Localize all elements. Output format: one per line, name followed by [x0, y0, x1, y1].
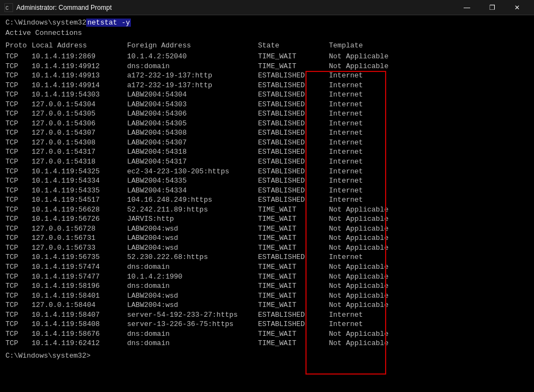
table-row: TCP 10.1.4.119:54325 ec2-34-223-130-205:…: [5, 167, 529, 177]
cell-template: Internet: [329, 157, 416, 167]
cell-state: TIME_WAIT: [258, 291, 329, 301]
table-row: TCP 127.0.0.1:54318 LABW2004:54317 ESTAB…: [5, 157, 529, 167]
cell-local: 127.0.0.1:54304: [32, 100, 127, 110]
table-row: TCP 127.0.0.1:54307 LABW2004:54308 ESTAB…: [5, 128, 529, 138]
cell-foreign: LABW2004:54307: [127, 138, 258, 148]
cell-state: TIME_WAIT: [258, 272, 329, 282]
cell-foreign: 10.1.4.2:1990: [127, 272, 258, 282]
cell-template: Internet: [329, 176, 416, 186]
cell-template: Not Applicable: [329, 339, 416, 348]
table-row: TCP 10.1.4.119:54517 104.16.248.249:http…: [5, 195, 529, 205]
cell-state: TIME_WAIT: [258, 214, 329, 224]
active-connections-header: Active Connections: [5, 29, 529, 37]
cell-proto: TCP: [5, 90, 32, 100]
cell-local: 10.1.4.119:57477: [32, 272, 127, 282]
command-highlight: netstat -y: [86, 19, 131, 27]
table-row: TCP 10.1.4.119:58196 dns:domain TIME_WAI…: [5, 281, 529, 291]
prompt-prefix: C:\Windows\system32: [5, 19, 86, 27]
cell-foreign: dns:domain: [127, 262, 258, 272]
cell-foreign: a172-232-19-137:http: [127, 81, 258, 91]
cell-local: 127.0.0.1:54305: [32, 109, 127, 119]
cell-template: Internet: [329, 138, 416, 148]
cell-proto: TCP: [5, 205, 32, 215]
col-header-state: State: [258, 41, 329, 50]
cell-template: Internet: [329, 119, 416, 129]
cell-state: ESTABLISHED: [258, 157, 329, 167]
table-row: TCP 127.0.0.1:56731 LABW2004:wsd TIME_WA…: [5, 233, 529, 243]
cell-state: TIME_WAIT: [258, 262, 329, 272]
table-row: TCP 10.1.4.119:56735 52.230.222.68:https…: [5, 252, 529, 262]
cell-foreign: 104.16.248.249:https: [127, 195, 258, 205]
cell-state: ESTABLISHED: [258, 195, 329, 205]
cell-foreign: LABW2004:54335: [127, 176, 258, 186]
cell-proto: TCP: [5, 119, 32, 129]
cell-foreign: server-13-226-36-75:https: [127, 319, 258, 329]
cell-template: Internet: [329, 90, 416, 100]
title-bar-left: C Administrator: Command Prompt: [4, 3, 112, 12]
cell-state: TIME_WAIT: [258, 243, 329, 253]
cell-state: ESTABLISHED: [258, 138, 329, 148]
table-row: TCP 10.1.4.119:58676 dns:domain TIME_WAI…: [5, 329, 529, 339]
table-row: TCP 10.1.4.119:58408 server-13-226-36-75…: [5, 319, 529, 329]
cell-state: ESTABLISHED: [258, 319, 329, 329]
cell-proto: TCP: [5, 157, 32, 167]
cell-foreign: LABW2004:54304: [127, 90, 258, 100]
cell-proto: TCP: [5, 252, 32, 262]
cell-state: TIME_WAIT: [258, 52, 329, 62]
cell-foreign: 10.1.4.2:52040: [127, 52, 258, 62]
cell-local: 10.1.4.119:58676: [32, 329, 127, 339]
cell-template: Not Applicable: [329, 214, 416, 224]
table-header: Proto Local Address Foreign Address Stat…: [5, 41, 529, 50]
cell-template: Not Applicable: [329, 233, 416, 243]
table-row: TCP 10.1.4.119:49913 a172-232-19-137:htt…: [5, 71, 529, 81]
cell-local: 10.1.4.119:54335: [32, 186, 127, 196]
cell-state: ESTABLISHED: [258, 186, 329, 196]
cell-proto: TCP: [5, 233, 32, 243]
cell-foreign: LABW2004:54303: [127, 100, 258, 110]
cell-proto: TCP: [5, 243, 32, 253]
table-row: TCP 10.1.4.119:54334 LABW2004:54335 ESTA…: [5, 176, 529, 186]
window-title: Administrator: Command Prompt: [16, 4, 112, 11]
cell-state: ESTABLISHED: [258, 71, 329, 81]
cell-template: Not Applicable: [329, 62, 416, 71]
table-row: TCP 127.0.0.1:54306 LABW2004:54305 ESTAB…: [5, 119, 529, 129]
cell-proto: TCP: [5, 214, 32, 224]
cell-proto: TCP: [5, 195, 32, 205]
cell-template: Internet: [329, 319, 416, 329]
cell-foreign: LABW2004:54334: [127, 186, 258, 196]
table-row: TCP 10.1.4.119:54303 LABW2004:54304 ESTA…: [5, 90, 529, 100]
minimize-button[interactable]: —: [454, 0, 479, 15]
cell-foreign: server-54-192-233-27:https: [127, 310, 258, 320]
table-row: TCP 127.0.0.1:54305 LABW2004:54306 ESTAB…: [5, 109, 529, 119]
cell-proto: TCP: [5, 186, 32, 196]
cell-local: 10.1.4.119:58401: [32, 291, 127, 301]
cell-local: 127.0.0.1:58404: [32, 300, 127, 310]
cell-template: Internet: [329, 195, 416, 205]
col-header-local: Local Address: [32, 41, 127, 50]
cell-state: ESTABLISHED: [258, 147, 329, 157]
cell-template: Not Applicable: [329, 281, 416, 291]
cell-state: ESTABLISHED: [258, 310, 329, 320]
cell-proto: TCP: [5, 262, 32, 272]
cell-template: Not Applicable: [329, 272, 416, 282]
cell-template: Not Applicable: [329, 224, 416, 234]
window-controls: — ❐ ✕: [454, 0, 530, 15]
cell-proto: TCP: [5, 81, 32, 91]
cell-local: 10.1.4.119:49913: [32, 71, 127, 81]
cell-local: 10.1.4.119:58407: [32, 310, 127, 320]
cell-foreign: LABW2004:wsd: [127, 233, 258, 243]
col-header-proto: Proto: [5, 41, 32, 50]
cell-foreign: LABW2004:54306: [127, 109, 258, 119]
cell-proto: TCP: [5, 147, 32, 157]
col-header-template: Template: [329, 41, 416, 50]
cell-local: 10.1.4.119:2869: [32, 52, 127, 62]
maximize-button[interactable]: ❐: [479, 0, 505, 15]
cell-proto: TCP: [5, 100, 32, 110]
close-button[interactable]: ✕: [505, 0, 530, 15]
cell-foreign: LABW2004:wsd: [127, 224, 258, 234]
cell-proto: TCP: [5, 62, 32, 71]
cell-foreign: LABW2004:54305: [127, 119, 258, 129]
cell-proto: TCP: [5, 52, 32, 62]
cell-template: Not Applicable: [329, 291, 416, 301]
cell-state: TIME_WAIT: [258, 205, 329, 215]
